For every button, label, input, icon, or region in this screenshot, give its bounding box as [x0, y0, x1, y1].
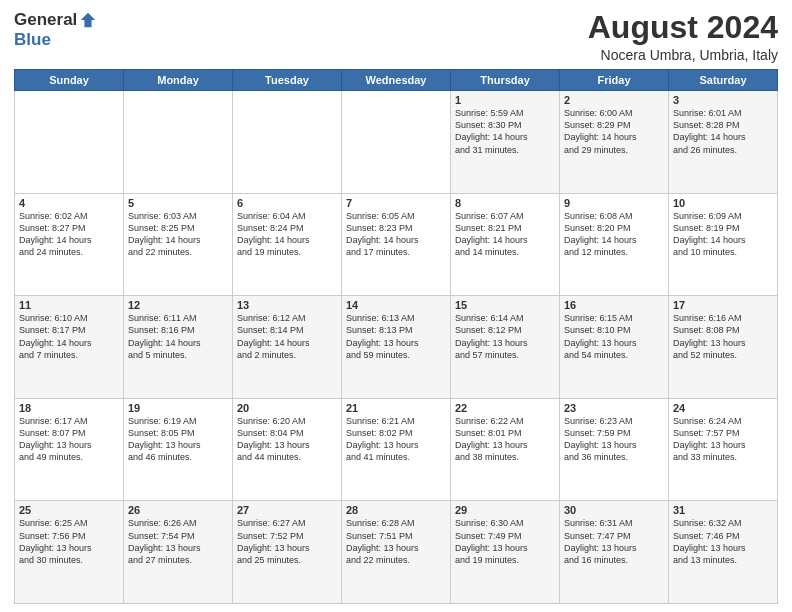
- day-cell: [15, 91, 124, 194]
- day-number: 1: [455, 94, 555, 106]
- day-cell: [233, 91, 342, 194]
- day-cell: 15Sunrise: 6:14 AM Sunset: 8:12 PM Dayli…: [451, 296, 560, 399]
- header-row: SundayMondayTuesdayWednesdayThursdayFrid…: [15, 70, 778, 91]
- day-info: Sunrise: 6:08 AM Sunset: 8:20 PM Dayligh…: [564, 210, 664, 259]
- day-number: 17: [673, 299, 773, 311]
- header-day-monday: Monday: [124, 70, 233, 91]
- day-number: 4: [19, 197, 119, 209]
- day-cell: 26Sunrise: 6:26 AM Sunset: 7:54 PM Dayli…: [124, 501, 233, 604]
- day-number: 24: [673, 402, 773, 414]
- day-cell: 30Sunrise: 6:31 AM Sunset: 7:47 PM Dayli…: [560, 501, 669, 604]
- day-cell: 4Sunrise: 6:02 AM Sunset: 8:27 PM Daylig…: [15, 193, 124, 296]
- day-number: 8: [455, 197, 555, 209]
- day-info: Sunrise: 6:12 AM Sunset: 8:14 PM Dayligh…: [237, 312, 337, 361]
- header-day-friday: Friday: [560, 70, 669, 91]
- day-info: Sunrise: 6:16 AM Sunset: 8:08 PM Dayligh…: [673, 312, 773, 361]
- day-cell: 28Sunrise: 6:28 AM Sunset: 7:51 PM Dayli…: [342, 501, 451, 604]
- day-number: 25: [19, 504, 119, 516]
- header-day-saturday: Saturday: [669, 70, 778, 91]
- header: General Blue August 2024 Nocera Umbra, U…: [14, 10, 778, 63]
- day-number: 12: [128, 299, 228, 311]
- day-number: 15: [455, 299, 555, 311]
- week-row-5: 25Sunrise: 6:25 AM Sunset: 7:56 PM Dayli…: [15, 501, 778, 604]
- day-cell: 17Sunrise: 6:16 AM Sunset: 8:08 PM Dayli…: [669, 296, 778, 399]
- day-number: 20: [237, 402, 337, 414]
- day-cell: 22Sunrise: 6:22 AM Sunset: 8:01 PM Dayli…: [451, 398, 560, 501]
- day-number: 10: [673, 197, 773, 209]
- day-cell: 27Sunrise: 6:27 AM Sunset: 7:52 PM Dayli…: [233, 501, 342, 604]
- day-info: Sunrise: 5:59 AM Sunset: 8:30 PM Dayligh…: [455, 107, 555, 156]
- day-info: Sunrise: 6:14 AM Sunset: 8:12 PM Dayligh…: [455, 312, 555, 361]
- day-cell: [124, 91, 233, 194]
- day-number: 23: [564, 402, 664, 414]
- day-info: Sunrise: 6:26 AM Sunset: 7:54 PM Dayligh…: [128, 517, 228, 566]
- week-row-2: 4Sunrise: 6:02 AM Sunset: 8:27 PM Daylig…: [15, 193, 778, 296]
- day-info: Sunrise: 6:23 AM Sunset: 7:59 PM Dayligh…: [564, 415, 664, 464]
- day-info: Sunrise: 6:22 AM Sunset: 8:01 PM Dayligh…: [455, 415, 555, 464]
- day-number: 19: [128, 402, 228, 414]
- day-info: Sunrise: 6:19 AM Sunset: 8:05 PM Dayligh…: [128, 415, 228, 464]
- day-info: Sunrise: 6:11 AM Sunset: 8:16 PM Dayligh…: [128, 312, 228, 361]
- day-info: Sunrise: 6:17 AM Sunset: 8:07 PM Dayligh…: [19, 415, 119, 464]
- day-info: Sunrise: 6:09 AM Sunset: 8:19 PM Dayligh…: [673, 210, 773, 259]
- calendar: SundayMondayTuesdayWednesdayThursdayFrid…: [14, 69, 778, 604]
- title-block: August 2024 Nocera Umbra, Umbria, Italy: [588, 10, 778, 63]
- day-info: Sunrise: 6:00 AM Sunset: 8:29 PM Dayligh…: [564, 107, 664, 156]
- day-number: 31: [673, 504, 773, 516]
- day-number: 13: [237, 299, 337, 311]
- header-day-wednesday: Wednesday: [342, 70, 451, 91]
- day-info: Sunrise: 6:02 AM Sunset: 8:27 PM Dayligh…: [19, 210, 119, 259]
- day-cell: 1Sunrise: 5:59 AM Sunset: 8:30 PM Daylig…: [451, 91, 560, 194]
- day-cell: 19Sunrise: 6:19 AM Sunset: 8:05 PM Dayli…: [124, 398, 233, 501]
- day-number: 6: [237, 197, 337, 209]
- header-day-thursday: Thursday: [451, 70, 560, 91]
- day-info: Sunrise: 6:28 AM Sunset: 7:51 PM Dayligh…: [346, 517, 446, 566]
- day-info: Sunrise: 6:30 AM Sunset: 7:49 PM Dayligh…: [455, 517, 555, 566]
- day-info: Sunrise: 6:05 AM Sunset: 8:23 PM Dayligh…: [346, 210, 446, 259]
- day-info: Sunrise: 6:04 AM Sunset: 8:24 PM Dayligh…: [237, 210, 337, 259]
- calendar-title: August 2024: [588, 10, 778, 45]
- day-info: Sunrise: 6:15 AM Sunset: 8:10 PM Dayligh…: [564, 312, 664, 361]
- calendar-table: SundayMondayTuesdayWednesdayThursdayFrid…: [14, 69, 778, 604]
- day-number: 30: [564, 504, 664, 516]
- day-info: Sunrise: 6:21 AM Sunset: 8:02 PM Dayligh…: [346, 415, 446, 464]
- day-number: 29: [455, 504, 555, 516]
- day-cell: 9Sunrise: 6:08 AM Sunset: 8:20 PM Daylig…: [560, 193, 669, 296]
- day-number: 7: [346, 197, 446, 209]
- calendar-header: SundayMondayTuesdayWednesdayThursdayFrid…: [15, 70, 778, 91]
- day-info: Sunrise: 6:10 AM Sunset: 8:17 PM Dayligh…: [19, 312, 119, 361]
- day-cell: 13Sunrise: 6:12 AM Sunset: 8:14 PM Dayli…: [233, 296, 342, 399]
- day-cell: 8Sunrise: 6:07 AM Sunset: 8:21 PM Daylig…: [451, 193, 560, 296]
- week-row-1: 1Sunrise: 5:59 AM Sunset: 8:30 PM Daylig…: [15, 91, 778, 194]
- day-number: 3: [673, 94, 773, 106]
- day-cell: 10Sunrise: 6:09 AM Sunset: 8:19 PM Dayli…: [669, 193, 778, 296]
- day-number: 27: [237, 504, 337, 516]
- day-number: 5: [128, 197, 228, 209]
- day-info: Sunrise: 6:07 AM Sunset: 8:21 PM Dayligh…: [455, 210, 555, 259]
- day-number: 21: [346, 402, 446, 414]
- day-info: Sunrise: 6:27 AM Sunset: 7:52 PM Dayligh…: [237, 517, 337, 566]
- day-cell: 16Sunrise: 6:15 AM Sunset: 8:10 PM Dayli…: [560, 296, 669, 399]
- day-cell: 5Sunrise: 6:03 AM Sunset: 8:25 PM Daylig…: [124, 193, 233, 296]
- header-day-tuesday: Tuesday: [233, 70, 342, 91]
- day-cell: 29Sunrise: 6:30 AM Sunset: 7:49 PM Dayli…: [451, 501, 560, 604]
- week-row-4: 18Sunrise: 6:17 AM Sunset: 8:07 PM Dayli…: [15, 398, 778, 501]
- day-number: 16: [564, 299, 664, 311]
- calendar-subtitle: Nocera Umbra, Umbria, Italy: [588, 47, 778, 63]
- day-number: 14: [346, 299, 446, 311]
- day-cell: 3Sunrise: 6:01 AM Sunset: 8:28 PM Daylig…: [669, 91, 778, 194]
- day-info: Sunrise: 6:24 AM Sunset: 7:57 PM Dayligh…: [673, 415, 773, 464]
- day-info: Sunrise: 6:13 AM Sunset: 8:13 PM Dayligh…: [346, 312, 446, 361]
- day-info: Sunrise: 6:20 AM Sunset: 8:04 PM Dayligh…: [237, 415, 337, 464]
- day-cell: 24Sunrise: 6:24 AM Sunset: 7:57 PM Dayli…: [669, 398, 778, 501]
- day-cell: [342, 91, 451, 194]
- day-info: Sunrise: 6:03 AM Sunset: 8:25 PM Dayligh…: [128, 210, 228, 259]
- logo-blue-text: Blue: [14, 30, 51, 50]
- day-number: 28: [346, 504, 446, 516]
- day-cell: 6Sunrise: 6:04 AM Sunset: 8:24 PM Daylig…: [233, 193, 342, 296]
- day-info: Sunrise: 6:25 AM Sunset: 7:56 PM Dayligh…: [19, 517, 119, 566]
- day-cell: 2Sunrise: 6:00 AM Sunset: 8:29 PM Daylig…: [560, 91, 669, 194]
- day-cell: 14Sunrise: 6:13 AM Sunset: 8:13 PM Dayli…: [342, 296, 451, 399]
- logo: General Blue: [14, 10, 97, 50]
- day-info: Sunrise: 6:31 AM Sunset: 7:47 PM Dayligh…: [564, 517, 664, 566]
